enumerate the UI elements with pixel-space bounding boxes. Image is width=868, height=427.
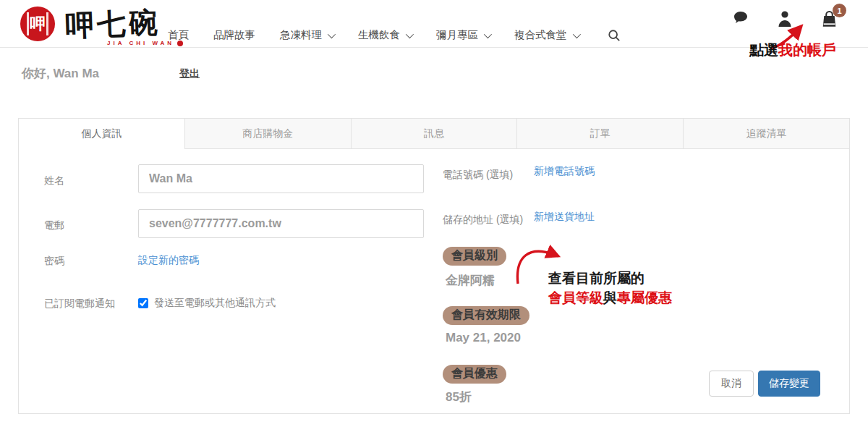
account-icon[interactable] <box>776 9 793 31</box>
annotation-text-red: 專屬優惠 <box>617 290 672 305</box>
nav-item-brand-story[interactable]: 品牌故事 <box>213 28 255 42</box>
chevron-down-icon <box>484 30 492 38</box>
nav-item-home[interactable]: 首頁 <box>168 28 189 42</box>
newsletter-label: 已訂閱電郵通知 <box>44 297 115 310</box>
annotation-line2: 會員等級與專屬優惠 <box>548 288 672 308</box>
account-tabs: 個人資訊 商店購物金 訊息 訂單 追蹤清單 <box>19 119 849 149</box>
chevron-down-icon <box>406 30 414 38</box>
name-label: 姓名 <box>44 174 64 187</box>
member-level-label: 會員級別 <box>443 247 506 266</box>
annotation-click-my-account: 點選我的帳戶 <box>749 41 836 60</box>
tab-wishlist[interactable]: 追蹤清單 <box>683 119 849 149</box>
annotation-text: 點選 <box>749 42 778 58</box>
chevron-down-icon <box>572 30 580 38</box>
member-discount-label: 會員優惠 <box>443 365 506 384</box>
email-input[interactable] <box>138 209 424 238</box>
account-panel: 個人資訊 商店購物金 訊息 訂單 追蹤清單 姓名 電郵 密碼 設定新的密碼 已訂… <box>18 118 850 414</box>
cart-bag-icon[interactable]: 1 <box>820 9 839 32</box>
nav-label: 品牌故事 <box>213 28 255 42</box>
annotation-line1: 查看目前所屬的 <box>548 269 672 288</box>
nav-label: 急凍料理 <box>280 28 322 42</box>
tab-messages[interactable]: 訊息 <box>351 119 517 149</box>
main-nav: 首頁 品牌故事 急凍料理 生機飲食 彌月專區 複合式食堂 <box>168 28 621 42</box>
cart-count-badge: 1 <box>833 4 846 17</box>
search-icon[interactable] <box>608 29 621 42</box>
member-expiry-label: 會員有效期限 <box>443 306 529 325</box>
brand-seal-icon: 呷 <box>20 7 55 41</box>
header: 呷 呷七碗 JIA CHI WAN 首頁 品牌故事 急凍料理 生機飲食 彌月專區… <box>0 0 868 48</box>
nav-item-food-court[interactable]: 複合式食堂 <box>514 28 579 42</box>
annotation-text-red: 會員等級 <box>548 290 603 305</box>
save-changes-button[interactable]: 儲存變更 <box>758 371 820 397</box>
password-label: 密碼 <box>44 255 64 268</box>
newsletter-checkbox-row: 發送至電郵或其他通訊方式 <box>138 297 276 310</box>
member-expiry-value: May 21, 2020 <box>446 331 521 345</box>
add-shipping-address-link[interactable]: 新增送貨地址 <box>534 211 595 224</box>
chevron-down-icon <box>328 30 336 38</box>
nav-label: 首頁 <box>168 28 189 42</box>
brand-logo[interactable]: 呷 呷七碗 JIA CHI WAN <box>20 7 161 41</box>
annotation-text-red: 我的帳戶 <box>778 42 836 58</box>
address-label: 儲存的地址 (選填) <box>443 214 523 227</box>
newsletter-checkbox[interactable] <box>138 298 148 308</box>
cancel-button[interactable]: 取消 <box>709 371 754 397</box>
seal-glyph: 呷 <box>30 13 46 35</box>
tab-personal-info[interactable]: 個人資訊 <box>19 119 184 149</box>
annotation-member-level: 查看目前所屬的 會員等級與專屬優惠 <box>548 269 672 308</box>
name-input[interactable] <box>138 164 424 193</box>
form-actions: 取消 儲存變更 <box>709 371 820 397</box>
nav-item-frozen-food[interactable]: 急凍料理 <box>280 28 333 42</box>
annotation-text: 與 <box>603 290 617 305</box>
chat-icon[interactable] <box>731 9 750 30</box>
member-discount-value: 85折 <box>446 389 472 405</box>
tab-store-credit[interactable]: 商店購物金 <box>184 119 351 149</box>
header-icons: 1 <box>731 9 839 32</box>
email-label: 電郵 <box>44 219 64 232</box>
account-page: 呷 呷七碗 JIA CHI WAN 首頁 品牌故事 急凍料理 生機飲食 彌月專區… <box>0 0 868 427</box>
nav-label: 生機飲食 <box>358 28 400 42</box>
set-new-password-link[interactable]: 設定新的密碼 <box>138 254 199 267</box>
nav-item-baby-month[interactable]: 彌月專區 <box>436 28 490 42</box>
logout-link[interactable]: 登出 <box>179 67 200 80</box>
nav-label: 彌月專區 <box>436 28 478 42</box>
add-phone-link[interactable]: 新增電話號碼 <box>534 165 595 178</box>
greeting-text: 你好, Wan Ma <box>22 65 99 82</box>
member-level-value: 金牌阿糯 <box>446 272 495 289</box>
tab-orders[interactable]: 訂單 <box>516 119 683 149</box>
nav-item-organic-food[interactable]: 生機飲食 <box>358 28 412 42</box>
phone-label: 電話號碼 (選填) <box>443 169 513 182</box>
newsletter-checkbox-label: 發送至電郵或其他通訊方式 <box>154 297 276 310</box>
nav-label: 複合式食堂 <box>514 28 567 42</box>
brand-name-chinese: 呷七碗 <box>64 8 161 41</box>
